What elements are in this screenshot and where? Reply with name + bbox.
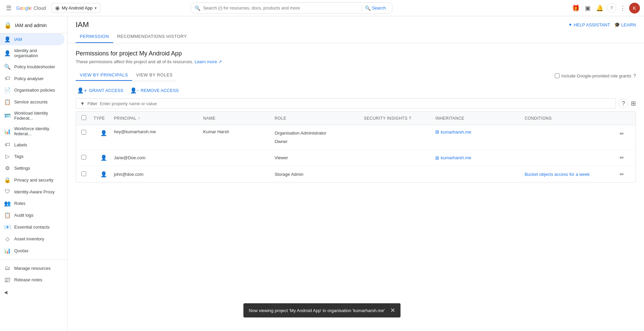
table-header: Type Principal ↑ Name Role Security insi…	[76, 112, 636, 125]
filter-icon: ▼	[80, 101, 85, 106]
toolbar: 👤+ GRANT ACCESS 👤- REMOVE ACCESS	[76, 85, 636, 96]
learn-more-link[interactable]: Learn more ↗	[195, 59, 222, 64]
select-all-checkbox[interactable]	[81, 115, 86, 120]
sidebar-item-settings[interactable]: ⚙ Settings	[0, 162, 65, 174]
snackbar-message: Now viewing project 'My Android App' in …	[249, 308, 385, 313]
sidebar-item-service-accounts[interactable]: 📋 Service accounts	[0, 96, 65, 108]
sidebar-item-label-settings: Settings	[14, 166, 30, 171]
view-tab-roles[interactable]: VIEW BY ROLES	[132, 70, 177, 81]
user-avatar[interactable]: K	[629, 3, 640, 14]
row1-check	[81, 129, 94, 136]
filter-input[interactable]	[100, 101, 612, 106]
row1-checkbox[interactable]	[81, 130, 86, 135]
role-grants-help-icon[interactable]: ?	[633, 73, 636, 78]
gift-button[interactable]: 🎁	[570, 2, 581, 14]
row3-checkbox[interactable]	[81, 171, 86, 176]
sidebar-item-asset-inventory[interactable]: ◇ Asset inventory	[0, 233, 65, 245]
manage-resources-icon: 🗂	[4, 265, 11, 271]
permissions-desc: These permissions affect this project an…	[76, 59, 636, 64]
row2-edit-button[interactable]: ✏	[618, 153, 625, 162]
role-grants-label: Include Google-provided role grants	[562, 73, 631, 78]
row2-principal: Jane@Doe.com	[114, 155, 203, 160]
remove-access-label: REMOVE ACCESS	[141, 88, 179, 93]
project-dropdown-icon: ▾	[95, 6, 97, 10]
row3-edit-button[interactable]: ✏	[618, 170, 625, 179]
search-button[interactable]: 🔍 Search	[362, 5, 389, 11]
row1-inheritance-icon: ⊞	[435, 129, 439, 135]
row1-role-1: Organisation Administrator	[275, 129, 364, 137]
row2-role: Viewer	[275, 155, 364, 160]
search-bar: 🔍 🔍 Search	[190, 2, 393, 14]
sidebar-item-identity-org[interactable]: 👤 Identity and organisation	[0, 45, 65, 61]
sidebar-item-label-roles: Roles	[14, 201, 25, 206]
row2-check	[81, 155, 94, 161]
row2-inheritance: ⊞ kumarharsh.me	[435, 155, 524, 161]
sidebar-item-labels[interactable]: 🏷 Labels	[0, 139, 65, 150]
row1-inheritance-link[interactable]: ⊞ kumarharsh.me	[435, 129, 524, 135]
sidebar-item-workload-identity[interactable]: 🪪 Workload Identity Federat...	[0, 108, 65, 123]
table-view-button[interactable]: ⊞	[631, 100, 636, 107]
sidebar-item-policy-troubleshooter[interactable]: 🔍 Policy troubleshooter	[0, 61, 65, 73]
header-check	[81, 115, 94, 121]
view-tabs: VIEW BY PRINCIPALS VIEW BY ROLES	[76, 70, 177, 81]
terminal-button[interactable]: ▣	[583, 2, 593, 14]
policy-troubleshooter-icon: 🔍	[4, 64, 11, 70]
help-assistant-button[interactable]: ✦ HELP ASSISTANT	[568, 22, 610, 27]
sidebar-item-label-labels: Labels	[14, 142, 27, 147]
sidebar-item-quotas[interactable]: 📊 Quotas	[0, 245, 65, 257]
sidebar-divider	[0, 259, 67, 260]
sidebar-collapse-button[interactable]: ◀	[0, 286, 67, 299]
row1-principal: hey@kumarharsh.me	[114, 129, 203, 134]
tab-permission[interactable]: PERMISSION	[76, 30, 113, 43]
snackbar-close-button[interactable]: ✕	[390, 307, 395, 313]
notifications-button[interactable]: 🔔	[594, 2, 605, 14]
help-button[interactable]: ?	[607, 3, 616, 13]
role-grants-row: Include Google-provided role grants ?	[555, 73, 636, 78]
row1-role-2: Owner	[275, 138, 364, 145]
iam-table: Type Principal ↑ Name Role Security insi…	[76, 111, 636, 183]
project-selector-icon: ◉	[55, 5, 60, 11]
sidebar-item-identity-aware-proxy[interactable]: 🛡 Identity-Aware Proxy	[0, 186, 65, 197]
sidebar-item-manage-resources[interactable]: 🗂 Manage resources	[0, 262, 65, 274]
search-input[interactable]	[203, 5, 359, 10]
header-security: Security insights ?	[364, 116, 435, 121]
hamburger-button[interactable]: ☰	[4, 2, 14, 14]
row1-edit-button[interactable]: ✏	[618, 129, 625, 138]
sidebar-item-policy-analyser[interactable]: 🏷 Policy analyser	[0, 73, 65, 84]
view-tab-principals[interactable]: VIEW BY PRINCIPALS	[76, 70, 132, 81]
row3-conditions-link[interactable]: Bucket objects access for a week	[525, 172, 590, 177]
project-selector[interactable]: ◉ My Android App ▾	[51, 3, 100, 13]
row2-checkbox[interactable]	[81, 155, 86, 160]
main-layout: 🔒 IAM and admin 👤 IAM 👤 Identity and org…	[0, 16, 644, 331]
header-actions: ✦ HELP ASSISTANT 🎓 LEARN	[568, 22, 636, 27]
remove-access-button[interactable]: 👤- REMOVE ACCESS	[129, 85, 180, 96]
learn-button[interactable]: 🎓 LEARN	[614, 22, 636, 27]
include-google-roles-checkbox[interactable]	[555, 73, 560, 78]
header-conditions: Conditions	[525, 116, 614, 121]
tab-recommendations-history[interactable]: RECOMMENDATIONS HISTORY	[113, 30, 191, 43]
row2-inheritance-link[interactable]: ⊞ kumarharsh.me	[435, 155, 524, 161]
sidebar-item-audit-logs[interactable]: 📋 Audit logs	[0, 209, 65, 221]
grant-access-button[interactable]: 👤+ GRANT ACCESS	[76, 85, 125, 96]
sidebar-item-org-policies[interactable]: 📄 Organisation policies	[0, 84, 65, 96]
sidebar-item-roles[interactable]: 👥 Roles	[0, 197, 65, 209]
header-inheritance: Inheritance	[435, 116, 524, 121]
sidebar-item-iam[interactable]: 👤 IAM	[0, 33, 65, 45]
security-help-icon[interactable]: ?	[409, 116, 411, 121]
org-policies-icon: 📄	[4, 87, 11, 93]
sidebar-item-release-notes[interactable]: 📰 Release notes	[0, 274, 65, 286]
sidebar-item-privacy-security[interactable]: 🔒 Privacy and security	[0, 174, 65, 186]
quotas-icon: 📊	[4, 247, 11, 254]
sidebar-header-icon: 🔒	[4, 22, 11, 29]
principal-sort-icon[interactable]: ↑	[138, 116, 140, 121]
header-principal: Principal ↑	[114, 116, 203, 121]
help-assistant-icon: ✦	[568, 22, 572, 27]
sidebar-item-workforce-identity[interactable]: 📊 Workforce identity federat...	[0, 123, 65, 139]
table-help-icon[interactable]: ?	[619, 99, 628, 108]
row1-name: Kumar Harsh	[203, 129, 274, 134]
sidebar-item-essential-contacts[interactable]: 📧 Essential contacts	[0, 221, 65, 233]
more-options-button[interactable]: ⋮	[618, 2, 628, 14]
nav-icons: 🎁 ▣ 🔔 ? ⋮ K	[570, 2, 640, 14]
sidebar-item-label-identity-aware-proxy: Identity-Aware Proxy	[14, 189, 55, 194]
sidebar-item-tags[interactable]: ▷ Tags	[0, 150, 65, 162]
